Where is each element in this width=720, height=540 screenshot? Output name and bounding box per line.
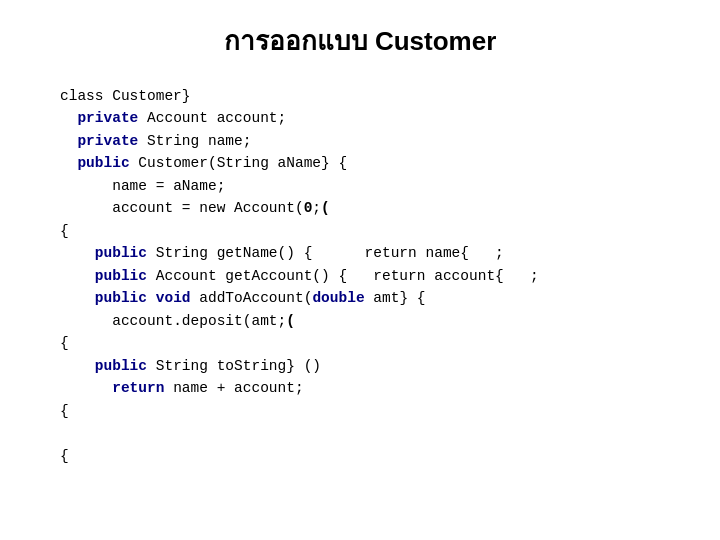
code-line-14: return name + account; bbox=[60, 377, 680, 399]
code-line-12: { bbox=[60, 332, 680, 354]
code-line-1: class Customer} bbox=[60, 85, 680, 107]
code-line-7: { bbox=[60, 220, 680, 242]
code-line-11: account.deposit(amt;( bbox=[60, 310, 680, 332]
code-line-10: public void addToAccount(double amt} { bbox=[60, 287, 680, 309]
code-line-4: public Customer(String aName} { bbox=[60, 152, 680, 174]
page-container: การออกแบบ Customer class Customer} priva… bbox=[0, 0, 720, 540]
page-title: การออกแบบ Customer bbox=[224, 20, 497, 61]
code-line-2: private Account account; bbox=[60, 107, 680, 129]
code-line-13: public String toString} () bbox=[60, 355, 680, 377]
code-line-8: public String getName() { return name{ ; bbox=[60, 242, 680, 264]
code-line-9: public Account getAccount() { return acc… bbox=[60, 265, 680, 287]
code-line-6: account = new Account(0;( bbox=[60, 197, 680, 219]
code-line-15: { bbox=[60, 400, 680, 422]
code-line-16 bbox=[60, 422, 680, 444]
code-line-17: { bbox=[60, 445, 680, 467]
code-line-5: name = aName; bbox=[60, 175, 680, 197]
code-line-3: private String name; bbox=[60, 130, 680, 152]
code-block: class Customer} private Account account;… bbox=[40, 85, 680, 467]
